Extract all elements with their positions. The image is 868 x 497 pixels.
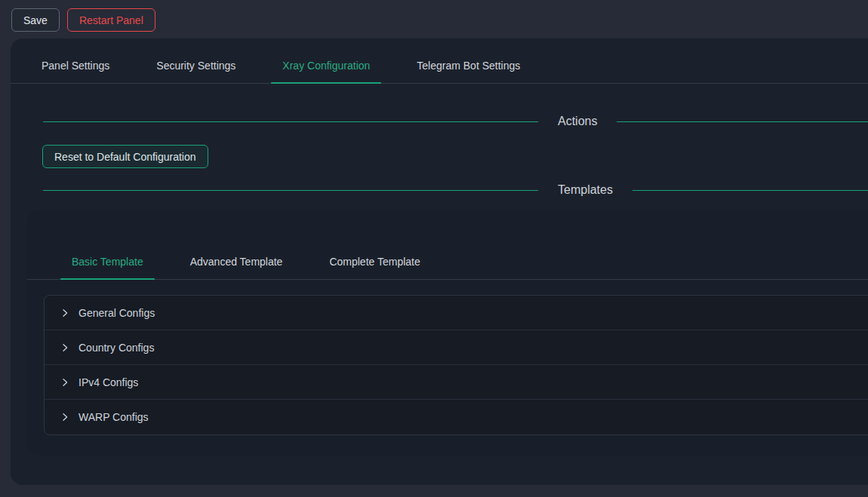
chevron-right-icon	[60, 308, 69, 318]
tab-telegram-bot-settings[interactable]: Telegram Bot Settings	[405, 51, 531, 83]
restart-panel-button[interactable]: Restart Panel	[67, 8, 155, 32]
actions-section-title: Actions	[558, 115, 597, 128]
settings-tab-bar: Panel Settings Security Settings Xray Co…	[11, 38, 868, 84]
tab-advanced-template[interactable]: Advanced Template	[179, 247, 294, 279]
chevron-right-icon	[60, 343, 69, 352]
tab-basic-template[interactable]: Basic Template	[60, 247, 155, 279]
config-collapse-list: General Configs Country Configs IPv4 Con…	[44, 295, 868, 435]
divider-line	[617, 121, 868, 122]
top-action-bar: Save Restart Panel	[0, 0, 868, 38]
collapse-label: General Configs	[78, 307, 155, 319]
template-tab-bar: Basic Template Advanced Template Complet…	[27, 210, 868, 280]
save-button[interactable]: Save	[11, 8, 60, 32]
collapse-label: Country Configs	[78, 342, 154, 354]
chevron-right-icon	[60, 378, 69, 387]
tab-xray-configuration[interactable]: Xray Configuration	[271, 51, 381, 83]
collapse-warp-configs[interactable]: WARP Configs	[45, 400, 868, 434]
templates-section-divider: Templates	[11, 183, 868, 197]
divider-line	[633, 190, 868, 191]
divider-line	[43, 121, 538, 122]
actions-section-divider: Actions	[11, 115, 868, 128]
collapse-ipv4-configs[interactable]: IPv4 Configs	[45, 365, 868, 400]
templates-card: Basic Template Advanced Template Complet…	[27, 210, 868, 456]
chevron-right-icon	[60, 413, 69, 422]
templates-section-title: Templates	[558, 183, 613, 197]
collapse-label: WARP Configs	[78, 411, 149, 423]
reset-default-configuration-button[interactable]: Reset to Default Configuration	[42, 145, 208, 168]
collapse-country-configs[interactable]: Country Configs	[45, 330, 868, 365]
collapse-label: IPv4 Configs	[78, 376, 138, 388]
settings-card: Panel Settings Security Settings Xray Co…	[11, 38, 868, 485]
tab-panel-settings[interactable]: Panel Settings	[30, 51, 121, 83]
tab-complete-template[interactable]: Complete Template	[318, 247, 431, 279]
tab-security-settings[interactable]: Security Settings	[145, 51, 247, 83]
divider-line	[43, 190, 538, 191]
collapse-general-configs[interactable]: General Configs	[45, 296, 868, 330]
